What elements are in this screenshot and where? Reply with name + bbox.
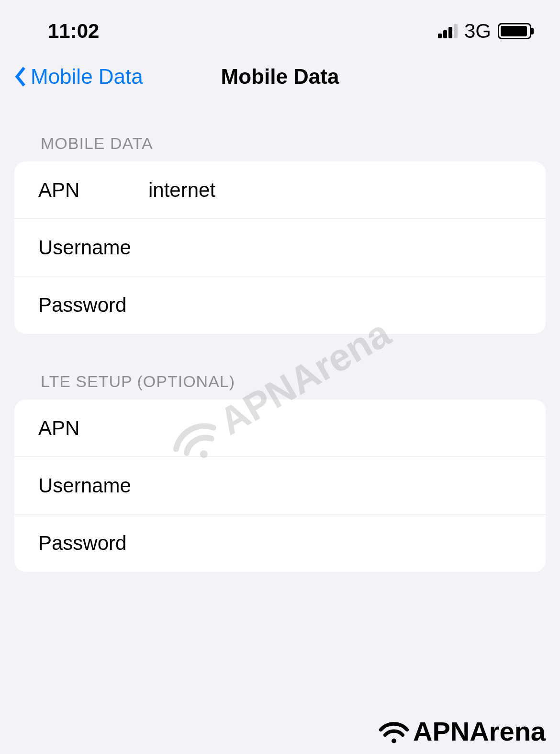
- battery-icon: [498, 23, 531, 39]
- label-lte-apn: APN: [38, 417, 148, 440]
- row-lte-apn[interactable]: APN: [14, 400, 546, 457]
- status-time: 11:02: [48, 20, 99, 43]
- section-header-mobile-data: MOBILE DATA: [14, 134, 546, 161]
- svg-point-1: [392, 739, 396, 743]
- input-lte-username[interactable]: [148, 474, 522, 497]
- back-label: Mobile Data: [31, 65, 143, 89]
- section-header-lte-setup: LTE SETUP (OPTIONAL): [14, 372, 546, 400]
- label-username: Username: [38, 236, 148, 259]
- label-lte-password: Password: [38, 532, 148, 555]
- input-username[interactable]: [148, 236, 522, 259]
- back-button[interactable]: Mobile Data: [14, 65, 143, 89]
- network-type: 3G: [464, 20, 491, 43]
- page-title: Mobile Data: [221, 65, 339, 89]
- watermark-bottom: APNArena: [377, 716, 546, 747]
- label-apn: APN: [38, 179, 148, 202]
- label-password: Password: [38, 294, 148, 317]
- input-password[interactable]: [148, 294, 522, 317]
- row-lte-username[interactable]: Username: [14, 457, 546, 514]
- cellular-signal-icon: [438, 24, 458, 38]
- row-password[interactable]: Password: [14, 276, 546, 334]
- input-lte-password[interactable]: [148, 532, 522, 555]
- watermark-text: APNArena: [413, 716, 546, 747]
- input-lte-apn[interactable]: [148, 417, 522, 440]
- input-apn[interactable]: [148, 179, 522, 202]
- row-username[interactable]: Username: [14, 219, 546, 276]
- navigation-bar: Mobile Data Mobile Data: [0, 53, 560, 101]
- chevron-left-icon: [14, 67, 27, 87]
- wifi-icon: [377, 718, 411, 744]
- section-group-mobile-data: APN Username Password: [14, 161, 546, 334]
- row-apn[interactable]: APN: [14, 161, 546, 219]
- row-lte-password[interactable]: Password: [14, 514, 546, 572]
- status-bar: 11:02 3G: [0, 0, 560, 53]
- status-right: 3G: [438, 20, 531, 43]
- section-group-lte-setup: APN Username Password: [14, 400, 546, 572]
- content: MOBILE DATA APN Username Password LTE SE…: [0, 134, 560, 572]
- label-lte-username: Username: [38, 474, 148, 497]
